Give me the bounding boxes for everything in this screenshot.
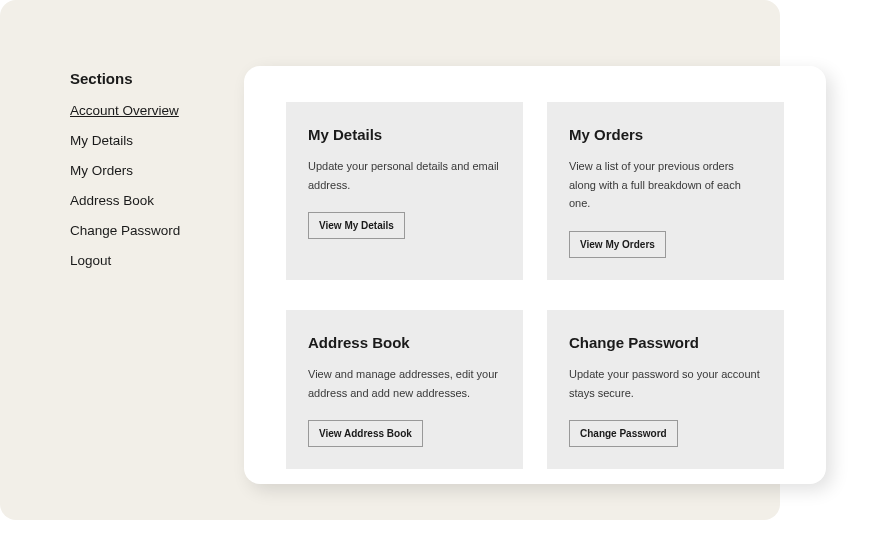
main-panel: My Details Update your personal details … bbox=[244, 66, 826, 484]
card-description: Update your personal details and email a… bbox=[308, 157, 501, 194]
sidebar-item-my-details[interactable]: My Details bbox=[70, 133, 133, 148]
sidebar-title: Sections bbox=[70, 70, 220, 87]
card-title: My Orders bbox=[569, 126, 762, 143]
view-my-orders-button[interactable]: View My Orders bbox=[569, 231, 666, 258]
view-my-details-button[interactable]: View My Details bbox=[308, 212, 405, 239]
sidebar-item-change-password[interactable]: Change Password bbox=[70, 223, 180, 238]
card-title: Address Book bbox=[308, 334, 501, 351]
sidebar: Sections Account Overview My Details My … bbox=[70, 70, 220, 281]
card-grid: My Details Update your personal details … bbox=[286, 102, 784, 448]
card-description: View and manage addresses, edit your add… bbox=[308, 365, 501, 402]
card-description: View a list of your previous orders alon… bbox=[569, 157, 762, 213]
card-my-orders: My Orders View a list of your previous o… bbox=[547, 102, 784, 280]
sidebar-item-my-orders[interactable]: My Orders bbox=[70, 163, 133, 178]
change-password-button[interactable]: Change Password bbox=[569, 420, 678, 447]
sidebar-item-logout[interactable]: Logout bbox=[70, 253, 111, 268]
view-address-book-button[interactable]: View Address Book bbox=[308, 420, 423, 447]
card-description: Update your password so your account sta… bbox=[569, 365, 762, 402]
card-title: Change Password bbox=[569, 334, 762, 351]
card-title: My Details bbox=[308, 126, 501, 143]
card-change-password: Change Password Update your password so … bbox=[547, 310, 784, 469]
card-my-details: My Details Update your personal details … bbox=[286, 102, 523, 280]
sidebar-item-address-book[interactable]: Address Book bbox=[70, 193, 154, 208]
sidebar-item-account-overview[interactable]: Account Overview bbox=[70, 103, 179, 118]
card-address-book: Address Book View and manage addresses, … bbox=[286, 310, 523, 469]
